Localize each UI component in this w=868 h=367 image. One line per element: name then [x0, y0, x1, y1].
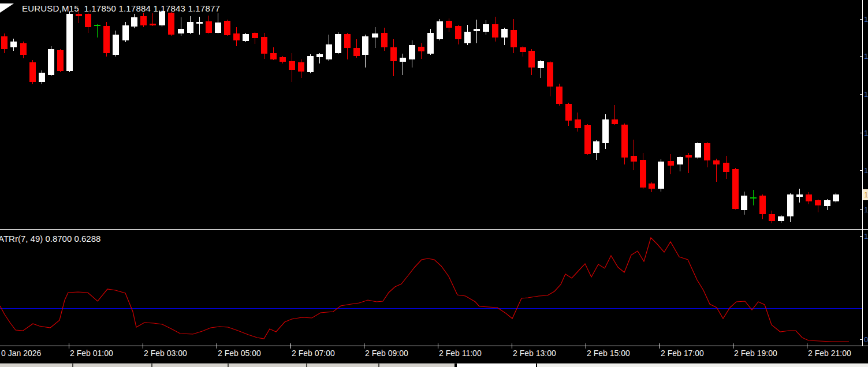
lower-window-strip[interactable]	[0, 363, 868, 367]
candle	[446, 18, 452, 32]
candle	[787, 193, 794, 222]
candle	[427, 29, 434, 55]
candle	[76, 10, 82, 23]
candle	[29, 60, 36, 84]
candle	[732, 168, 739, 209]
candle	[621, 123, 628, 164]
candle	[520, 46, 526, 57]
lower-window-tick[interactable]	[72, 364, 73, 367]
candle	[280, 56, 286, 63]
candle	[353, 39, 360, 58]
lower-window-tick[interactable]	[228, 364, 229, 367]
candle	[1, 33, 8, 53]
candle	[335, 32, 341, 54]
lower-window-tick[interactable]	[151, 364, 152, 367]
candle	[215, 13, 221, 33]
candle	[381, 28, 388, 51]
candle	[686, 153, 692, 173]
candle	[464, 25, 471, 45]
candle	[593, 140, 599, 160]
candle	[178, 17, 184, 36]
candle	[243, 33, 249, 42]
candle	[326, 35, 332, 61]
candle	[150, 13, 156, 26]
candle	[122, 22, 129, 42]
candle	[57, 49, 64, 72]
candle	[769, 211, 775, 223]
candle	[815, 199, 821, 212]
chart-canvas[interactable]: 0 Jan 20262 Feb 01:002 Feb 03:002 Feb 05…	[0, 0, 868, 367]
time-label[interactable]: 2 Feb 19:00	[734, 349, 777, 358]
candle	[547, 61, 553, 96]
candle	[640, 153, 646, 189]
candle	[131, 14, 137, 28]
current-price-text: 1	[864, 190, 868, 199]
candle	[778, 215, 784, 223]
candle	[631, 140, 637, 170]
candle	[668, 154, 674, 174]
candle	[289, 53, 295, 82]
candle	[94, 24, 100, 38]
atr-line	[0, 238, 849, 342]
candle	[713, 159, 720, 182]
time-label[interactable]: 0 Jan 2026	[1, 349, 41, 358]
candle	[372, 27, 378, 48]
candle	[538, 60, 544, 78]
time-label[interactable]: 2 Feb 21:00	[808, 349, 851, 358]
candle	[556, 84, 562, 106]
time-label[interactable]: 2 Feb 09:00	[365, 349, 408, 358]
lower-window-tick[interactable]	[378, 364, 379, 367]
candle	[400, 54, 406, 75]
candle	[824, 199, 830, 210]
candle	[196, 17, 203, 35]
candle	[565, 103, 572, 126]
price-label-fragment: 1	[864, 52, 868, 61]
candle	[833, 193, 839, 203]
candle	[437, 19, 443, 40]
lower-window-tick[interactable]	[306, 364, 307, 367]
candle	[20, 42, 27, 58]
candle	[252, 32, 258, 44]
candle	[704, 142, 710, 167]
candle	[723, 156, 729, 179]
time-label[interactable]: 2 Feb 03:00	[144, 349, 187, 358]
time-label[interactable]: 2 Feb 17:00	[661, 349, 704, 358]
candle	[575, 113, 581, 132]
candle	[483, 20, 489, 35]
candle	[501, 28, 508, 45]
candle	[584, 124, 591, 155]
candle	[298, 59, 304, 78]
lower-window-titlebar[interactable]	[456, 364, 537, 367]
candle	[168, 12, 174, 36]
candle	[658, 159, 664, 192]
price-label-fragment: 1	[864, 90, 868, 99]
time-label[interactable]: 2 Feb 15:00	[587, 349, 630, 358]
lower-window-edge[interactable]	[537, 364, 868, 367]
candle	[528, 49, 535, 75]
candle	[307, 54, 314, 73]
candle	[140, 13, 147, 27]
time-label[interactable]: 2 Feb 07:00	[292, 349, 335, 358]
time-label[interactable]: 2 Feb 13:00	[513, 349, 556, 358]
candle	[270, 47, 277, 60]
candle	[602, 114, 609, 149]
candle	[233, 27, 240, 46]
candle	[206, 16, 212, 33]
price-label-fragment: 1	[864, 129, 868, 137]
candle	[455, 25, 461, 44]
price-label-fragment: 1	[864, 166, 868, 175]
candle	[390, 39, 397, 76]
candle	[159, 10, 165, 27]
price-label-fragment: 1	[864, 205, 868, 214]
candle	[39, 70, 45, 84]
candle	[224, 20, 230, 36]
candle	[741, 192, 747, 215]
time-label[interactable]: 2 Feb 05:00	[218, 349, 261, 358]
time-label[interactable]: 2 Feb 11:00	[439, 349, 482, 358]
candle	[806, 192, 812, 204]
candle	[113, 31, 119, 57]
candle	[187, 16, 193, 34]
candle	[418, 43, 424, 59]
time-label[interactable]: 2 Feb 01:00	[70, 349, 113, 358]
candle	[362, 35, 368, 68]
